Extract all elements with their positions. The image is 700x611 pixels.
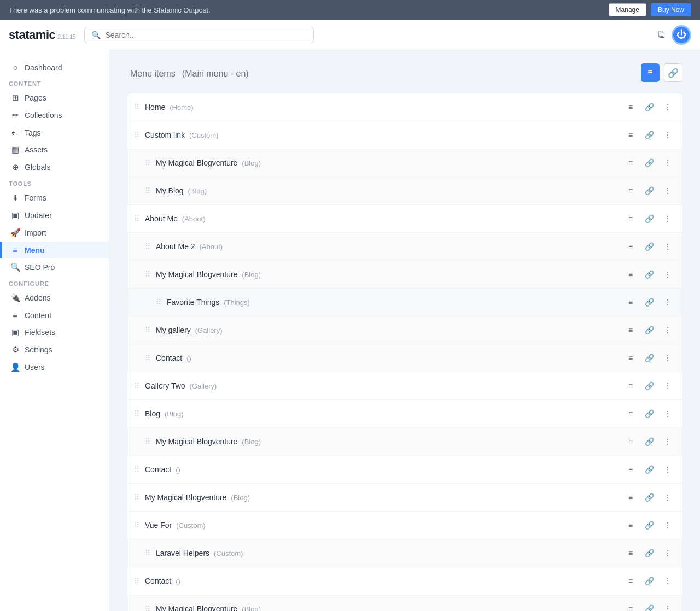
more-options-button[interactable]: ⋮	[660, 378, 675, 393]
more-options-button[interactable]: ⋮	[660, 490, 675, 505]
drag-handle[interactable]: ⠿	[134, 103, 139, 111]
edit-content-button[interactable]: ≡	[623, 518, 638, 533]
drag-handle[interactable]: ⠿	[145, 186, 150, 195]
link-button[interactable]: 🔗	[641, 99, 657, 115]
edit-content-button[interactable]: ≡	[623, 99, 638, 115]
edit-content-button[interactable]: ≡	[623, 350, 638, 366]
more-options-button[interactable]: ⋮	[660, 267, 675, 282]
manage-button[interactable]: Manage	[609, 3, 646, 16]
list-view-button[interactable]: ≡	[641, 63, 660, 82]
drag-handle[interactable]: ⠿	[134, 465, 139, 474]
more-options-button[interactable]: ⋮	[660, 127, 675, 143]
drag-handle[interactable]: ⠿	[134, 577, 139, 585]
sidebar-item-settings[interactable]: ⚙ Settings	[0, 341, 109, 359]
more-options-button[interactable]: ⋮	[660, 518, 675, 533]
sidebar-item-seo-pro[interactable]: 🔍 SEO Pro	[0, 258, 109, 276]
sidebar-item-collections[interactable]: ✏ Collections	[0, 107, 109, 124]
link-button[interactable]: 🔗	[641, 239, 657, 254]
edit-content-button[interactable]: ≡	[623, 378, 638, 393]
drag-handle[interactable]: ⠿	[145, 242, 150, 251]
copy-icon[interactable]: ⧉	[658, 29, 665, 40]
drag-handle[interactable]: ⠿	[156, 298, 161, 307]
sidebar-item-addons[interactable]: 🔌 Addons	[0, 289, 109, 307]
power-button[interactable]: ⏻	[672, 25, 691, 45]
menu-item-type: (Blog)	[165, 410, 184, 418]
edit-content-button[interactable]: ≡	[623, 545, 638, 561]
more-options-button[interactable]: ⋮	[660, 573, 675, 589]
link-button[interactable]: 🔗	[641, 267, 657, 282]
edit-content-button[interactable]: ≡	[623, 239, 638, 254]
sidebar-item-import[interactable]: 🚀 Import	[0, 224, 109, 242]
link-button[interactable]: 🔗	[641, 295, 657, 310]
edit-content-button[interactable]: ≡	[623, 183, 638, 198]
drag-handle[interactable]: ⠿	[134, 493, 139, 502]
edit-content-button[interactable]: ≡	[623, 406, 638, 421]
more-options-button[interactable]: ⋮	[660, 545, 675, 561]
buy-now-button[interactable]: Buy Now	[651, 3, 691, 16]
more-options-button[interactable]: ⋮	[660, 462, 675, 477]
link-button[interactable]: 🔗	[641, 434, 657, 449]
sidebar-item-assets[interactable]: ▦ Assets	[0, 141, 109, 158]
sidebar-item-forms[interactable]: ⬇ Forms	[0, 189, 109, 207]
link-button[interactable]: 🔗	[641, 378, 657, 393]
drag-handle[interactable]: ⠿	[134, 521, 139, 530]
edit-content-button[interactable]: ≡	[623, 127, 638, 143]
link-button[interactable]: 🔗	[641, 545, 657, 561]
link-view-button[interactable]: 🔗	[664, 63, 682, 82]
link-button[interactable]: 🔗	[641, 490, 657, 505]
sidebar-item-fieldsets[interactable]: ▣ Fieldsets	[0, 324, 109, 341]
drag-handle[interactable]: ⠿	[145, 604, 150, 611]
drag-handle[interactable]: ⠿	[134, 214, 139, 223]
link-button[interactable]: 🔗	[641, 601, 657, 611]
drag-handle[interactable]: ⠿	[145, 354, 150, 362]
more-options-button[interactable]: ⋮	[660, 406, 675, 421]
more-options-button[interactable]: ⋮	[660, 99, 675, 115]
more-options-button[interactable]: ⋮	[660, 434, 675, 449]
sidebar-item-dashboard[interactable]: ○ Dashboard	[0, 59, 109, 76]
link-button[interactable]: 🔗	[641, 155, 657, 171]
more-options-button[interactable]: ⋮	[660, 155, 675, 171]
drag-handle[interactable]: ⠿	[134, 381, 139, 390]
edit-content-button[interactable]: ≡	[623, 211, 638, 226]
search-input[interactable]	[105, 31, 307, 39]
sidebar-item-content[interactable]: ≡ Content	[0, 307, 109, 324]
more-options-button[interactable]: ⋮	[660, 601, 675, 611]
link-button[interactable]: 🔗	[641, 406, 657, 421]
more-options-button[interactable]: ⋮	[660, 350, 675, 366]
sidebar-item-tags[interactable]: 🏷 Tags	[0, 124, 109, 141]
more-options-button[interactable]: ⋮	[660, 183, 675, 198]
edit-content-button[interactable]: ≡	[623, 573, 638, 589]
drag-handle[interactable]: ⠿	[145, 549, 150, 557]
edit-content-button[interactable]: ≡	[623, 267, 638, 282]
link-button[interactable]: 🔗	[641, 322, 657, 338]
link-button[interactable]: 🔗	[641, 183, 657, 198]
link-button[interactable]: 🔗	[641, 518, 657, 533]
sidebar-item-globals[interactable]: ⊕ Globals	[0, 158, 109, 176]
drag-handle[interactable]: ⠿	[145, 326, 150, 334]
more-options-button[interactable]: ⋮	[660, 211, 675, 226]
edit-content-button[interactable]: ≡	[623, 434, 638, 449]
drag-handle[interactable]: ⠿	[134, 131, 139, 139]
drag-handle[interactable]: ⠿	[145, 158, 150, 167]
edit-content-button[interactable]: ≡	[623, 322, 638, 338]
sidebar-item-updater[interactable]: ▣ Updater	[0, 207, 109, 224]
link-button[interactable]: 🔗	[641, 573, 657, 589]
edit-content-button[interactable]: ≡	[623, 490, 638, 505]
sidebar-item-users[interactable]: 👤 Users	[0, 359, 109, 376]
more-options-button[interactable]: ⋮	[660, 239, 675, 254]
edit-content-button[interactable]: ≡	[623, 295, 638, 310]
edit-content-button[interactable]: ≡	[623, 462, 638, 477]
sidebar-item-pages[interactable]: ⊞ Pages	[0, 89, 109, 107]
link-button[interactable]: 🔗	[641, 462, 657, 477]
edit-content-button[interactable]: ≡	[623, 601, 638, 611]
drag-handle[interactable]: ⠿	[134, 409, 139, 418]
drag-handle[interactable]: ⠿	[145, 437, 150, 446]
more-options-button[interactable]: ⋮	[660, 295, 675, 310]
link-button[interactable]: 🔗	[641, 211, 657, 226]
link-button[interactable]: 🔗	[641, 127, 657, 143]
drag-handle[interactable]: ⠿	[145, 270, 150, 279]
link-button[interactable]: 🔗	[641, 350, 657, 366]
edit-content-button[interactable]: ≡	[623, 155, 638, 171]
sidebar-item-menu[interactable]: ≡ Menu	[0, 242, 109, 258]
more-options-button[interactable]: ⋮	[660, 322, 675, 338]
